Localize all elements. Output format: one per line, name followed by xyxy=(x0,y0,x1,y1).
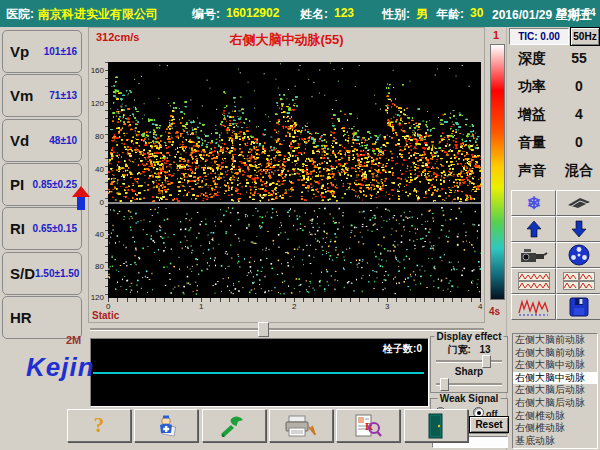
baseline-arrow-stem[interactable] xyxy=(77,197,85,210)
gate-width-value: 13 xyxy=(480,344,491,355)
gender-value: 男 xyxy=(416,6,428,23)
baseline-up-button[interactable] xyxy=(511,216,556,242)
baseline-down-button[interactable] xyxy=(556,216,600,242)
param-value: 71±13 xyxy=(49,90,77,101)
exit-button[interactable] xyxy=(404,409,468,442)
camera-icon xyxy=(520,247,548,264)
patient-record-button[interactable] xyxy=(134,409,198,442)
help-icon: ? xyxy=(94,415,105,436)
quad-view-icon xyxy=(563,272,595,290)
patient-record-icon xyxy=(153,413,179,439)
camera-button[interactable] xyxy=(511,242,556,268)
param-label: RI xyxy=(10,220,25,237)
film-reel-icon xyxy=(568,244,590,266)
acquisition-status: Static xyxy=(92,310,119,321)
param-value: 1.50±1.50 xyxy=(35,268,79,279)
setting-label: 功率 xyxy=(518,78,546,96)
display-effect-title: Display effect xyxy=(434,331,503,342)
param-label: Vp xyxy=(10,43,29,60)
frequency-button[interactable]: 50Hz xyxy=(570,27,600,46)
param-cell-vd[interactable]: Vd48±10 xyxy=(2,119,82,162)
artery-list: 左侧大脑前动脉右侧大脑前动脉左侧大脑中动脉右侧大脑中动脉左侧大脑后动脉右侧大脑后… xyxy=(512,333,598,449)
x-axis-tick-label: 1 xyxy=(199,302,203,311)
param-cell-vm[interactable]: Vm71±13 xyxy=(2,74,82,117)
emboli-panel: 栓子数:0 xyxy=(90,338,429,407)
setting-label: 音量 xyxy=(518,134,546,152)
y-axis-tick-label: 80 xyxy=(80,262,104,271)
page-button[interactable] xyxy=(556,190,600,216)
save-disk-icon xyxy=(569,297,589,317)
artery-list-item[interactable]: 左侧大脑中动脉 xyxy=(513,359,597,372)
reset-button[interactable]: Reset xyxy=(469,416,509,433)
baseline-arrow-icon[interactable] xyxy=(72,186,90,197)
artery-list-item[interactable]: 左侧椎动脉 xyxy=(513,410,597,423)
help-button[interactable]: ? xyxy=(67,409,131,442)
y-axis-tick-label: 120 xyxy=(80,99,104,108)
print-button[interactable] xyxy=(269,409,333,442)
gate-width-slider[interactable] xyxy=(436,360,502,363)
scroll-slider-thumb[interactable] xyxy=(258,322,269,337)
setting-label: 增益 xyxy=(518,106,546,124)
wrench-icon xyxy=(217,415,251,437)
dual-view-icon xyxy=(518,272,550,290)
param-value: 0.85±0.25 xyxy=(33,179,77,190)
param-label: PI xyxy=(10,176,24,193)
patient-name-label: 姓名: xyxy=(300,6,328,23)
param-cell-vp[interactable]: Vp101±16 xyxy=(2,30,82,73)
artery-list-item[interactable]: 左侧大脑前动脉 xyxy=(513,334,597,347)
param-cell-ri[interactable]: RI0.65±0.15 xyxy=(2,207,82,250)
age-value: 30 xyxy=(470,6,483,20)
arrow-down-icon xyxy=(571,220,587,238)
tic-indicator: TIC: 0.00 xyxy=(509,28,569,45)
emboli-count: 栓子数:0 xyxy=(383,342,422,356)
sharp-slider-thumb[interactable] xyxy=(440,378,449,391)
gender-label: 性别: xyxy=(382,6,410,23)
report-icon: R xyxy=(354,413,382,439)
brand-logo: Kejin xyxy=(26,352,95,383)
gate-width-row: 门宽: 13 xyxy=(431,343,507,357)
artery-list-item[interactable]: 右侧大脑前动脉 xyxy=(513,347,597,360)
param-value: 101±16 xyxy=(44,46,77,57)
quad-display-button[interactable] xyxy=(556,268,600,294)
emboli-trace-line xyxy=(93,372,424,374)
record-button[interactable] xyxy=(556,242,600,268)
gate-width-label: 门宽: xyxy=(447,344,470,355)
artery-list-item[interactable]: 右侧大脑中动脉 xyxy=(513,372,597,385)
x-axis-tick-label: 2 xyxy=(292,302,296,311)
param-cell-pi[interactable]: PI0.85±0.25 xyxy=(2,163,82,206)
y-axis-tick-label: 80 xyxy=(80,132,104,141)
page-flip-icon xyxy=(565,195,593,211)
save-button[interactable] xyxy=(556,294,600,320)
param-label: S/D xyxy=(10,265,35,282)
spectrum-canvas xyxy=(108,62,481,298)
printer-icon xyxy=(284,414,318,438)
patient-name-value: 123 xyxy=(334,6,354,20)
artery-list-item[interactable]: 左侧大脑后动脉 xyxy=(513,384,597,397)
scroll-slider[interactable] xyxy=(90,328,484,331)
setting-label: 深度 xyxy=(518,50,546,68)
param-cell-hr[interactable]: HR xyxy=(2,296,82,339)
y-axis-tick-label: 40 xyxy=(80,230,104,239)
setting-value: 4 xyxy=(560,106,598,122)
dual-display-button[interactable] xyxy=(511,268,556,294)
y-axis-tick-label: 160 xyxy=(80,66,104,75)
time-text: 23:11:54 xyxy=(556,7,595,18)
artery-list-item[interactable]: 基底动脉 xyxy=(513,435,597,448)
freeze-button[interactable]: ❄ xyxy=(511,190,556,216)
report-button[interactable]: R xyxy=(336,409,400,442)
setup-button[interactable] xyxy=(202,409,266,442)
param-label: Vd xyxy=(10,132,29,149)
hospital-label: 医院: xyxy=(6,6,34,23)
vessel-title: 右侧大脑中动脉(55) xyxy=(88,31,485,49)
x-axis-tick-label: 3 xyxy=(385,302,389,311)
envelope-button[interactable] xyxy=(511,294,556,320)
sharp-slider[interactable] xyxy=(436,383,502,386)
exit-door-icon xyxy=(427,413,445,439)
param-cell-sd[interactable]: S/D1.50±1.50 xyxy=(2,252,82,295)
param-label: Vm xyxy=(10,87,33,104)
artery-list-item[interactable]: 右侧大脑后动脉 xyxy=(513,397,597,410)
arrow-up-icon xyxy=(526,220,542,238)
waveform-icon xyxy=(518,297,550,317)
time-span-label: 4s xyxy=(489,306,500,317)
artery-list-item[interactable]: 右侧椎动脉 xyxy=(513,422,597,435)
